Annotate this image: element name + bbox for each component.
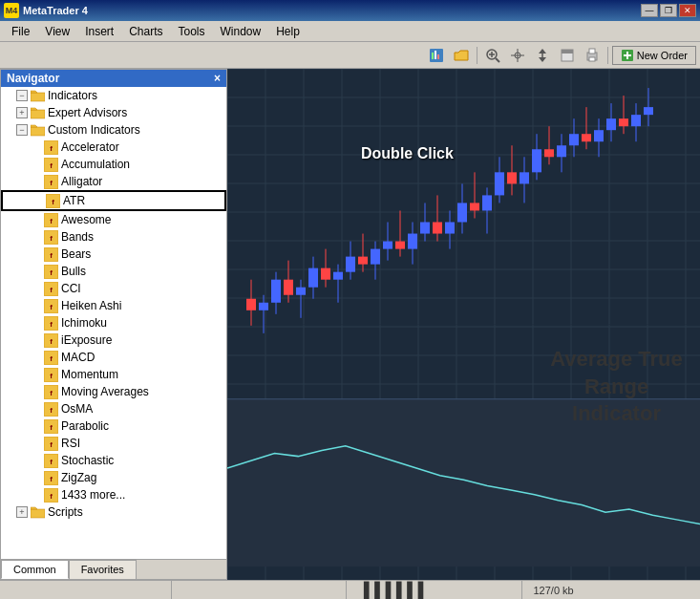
chart-canvas <box>227 69 700 580</box>
double-click-label: Double Click <box>361 145 454 162</box>
tree-label-more: 1433 more... <box>61 488 125 502</box>
tree-item-awesome[interactable]: f Awesome <box>1 211 226 228</box>
title-bar: M4 MetaTrader 4 — ❒ ✕ <box>0 0 700 21</box>
svg-text:f: f <box>50 144 53 153</box>
item-icon-ichimoku: f <box>43 315 58 331</box>
tree-item-osma[interactable]: f OsMA <box>1 400 226 417</box>
svg-text:f: f <box>50 406 53 415</box>
svg-text:f: f <box>50 217 53 225</box>
expand-icon-scripts[interactable]: + <box>16 506 28 518</box>
tree-item-accelerator[interactable]: f Accelerator <box>1 139 226 156</box>
svg-line-5 <box>496 58 499 62</box>
menu-charts[interactable]: Charts <box>121 23 170 40</box>
tree-item-momentum[interactable]: f Momentum <box>1 366 226 383</box>
status-section-2 <box>180 581 348 599</box>
navigator-title: Navigator <box>7 72 59 85</box>
menu-file[interactable]: File <box>4 23 37 40</box>
zoom-in-button[interactable] <box>481 45 504 66</box>
close-button[interactable]: ✕ <box>679 4 696 17</box>
tree-label-stochastic: Stochastic <box>61 454 114 467</box>
svg-marker-12 <box>539 57 546 62</box>
status-memory: 127/0 kb <box>530 581 697 599</box>
menu-tools[interactable]: Tools <box>171 23 213 40</box>
svg-text:f: f <box>50 354 53 363</box>
tree-label-iexposure: iExposure <box>61 333 112 347</box>
app-icon: M4 <box>4 3 19 18</box>
tree-item-more[interactable]: f 1433 more... <box>1 486 226 503</box>
tree-label-scripts: Scripts <box>48 505 83 519</box>
svg-rect-15 <box>562 50 573 53</box>
tree-label-accelerator: Accelerator <box>61 140 119 154</box>
tab-favorites[interactable]: Favorites <box>69 560 137 579</box>
item-icon-atr: f <box>45 193 60 208</box>
tree-item-iexposure[interactable]: f iExposure <box>1 332 226 349</box>
item-icon-momentum: f <box>43 367 58 382</box>
tree-item-cci[interactable]: f CCI <box>1 280 226 297</box>
menu-bar: File View Insert Charts Tools Window Hel… <box>0 21 700 42</box>
item-icon-accelerator: f <box>43 139 58 155</box>
tree-label-atr: ATR <box>63 194 85 207</box>
svg-text:f: f <box>50 179 53 187</box>
toolbar: New Order <box>0 42 700 69</box>
menu-insert[interactable]: Insert <box>77 23 121 40</box>
tab-common[interactable]: Common <box>1 560 69 579</box>
item-icon-heiken-ashi: f <box>43 298 58 313</box>
menu-view[interactable]: View <box>37 23 77 40</box>
tree-item-expert-advisors[interactable]: + Expert Advisors <box>1 104 226 121</box>
tree-item-ichimoku[interactable]: f Ichimoku <box>1 314 226 332</box>
tree-label-expert-advisors: Expert Advisors <box>48 106 127 119</box>
item-icon-bulls: f <box>43 264 58 279</box>
minimize-button[interactable]: — <box>641 4 658 17</box>
print-button[interactable] <box>581 45 604 66</box>
tree-item-stochastic[interactable]: f Stochastic <box>1 452 226 469</box>
tree-item-rsi[interactable]: f RSI <box>1 435 226 452</box>
expand-icon-indicators[interactable]: − <box>16 90 28 101</box>
menu-help[interactable]: Help <box>268 23 308 40</box>
svg-text:f: f <box>50 161 53 170</box>
tree-item-bulls[interactable]: f Bulls <box>1 263 226 280</box>
tree-label-alligator: Alligator <box>61 175 102 188</box>
menu-window[interactable]: Window <box>213 23 269 40</box>
item-icon-more: f <box>43 487 58 503</box>
tree-label-cci: CCI <box>61 282 81 295</box>
tree-item-scripts[interactable]: + Scripts <box>1 503 226 521</box>
restore-button[interactable]: ❒ <box>660 4 677 17</box>
expand-icon-expert-advisors[interactable]: + <box>16 107 28 118</box>
navigator-close-button[interactable]: × <box>214 72 221 85</box>
navigator-tree[interactable]: − Indicators+ Expert Advisors− Custom In… <box>1 87 226 559</box>
item-icon-moving-averages: f <box>43 384 58 399</box>
item-icon-parabolic: f <box>43 418 58 434</box>
svg-text:f: f <box>50 440 53 449</box>
svg-text:f: f <box>50 389 53 397</box>
tree-label-momentum: Momentum <box>61 368 118 381</box>
svg-rect-2 <box>435 51 436 59</box>
tree-item-atr[interactable]: f ATR <box>1 190 226 211</box>
item-icon-zigzag: f <box>43 470 58 485</box>
history-button[interactable] <box>556 45 579 66</box>
svg-text:f: f <box>50 286 53 294</box>
item-icon-macd: f <box>43 350 58 365</box>
svg-rect-17 <box>589 49 595 53</box>
open-button[interactable] <box>450 45 473 66</box>
arrows-button[interactable] <box>531 45 554 66</box>
expand-icon-custom-indicators[interactable]: − <box>16 124 28 136</box>
tree-item-indicators[interactable]: − Indicators <box>1 87 226 104</box>
tree-item-parabolic[interactable]: f Parabolic <box>1 417 226 435</box>
tree-item-custom-indicators[interactable]: − Custom Indicators <box>1 121 226 139</box>
tree-item-moving-averages[interactable]: f Moving Averages <box>1 383 226 400</box>
tree-label-ichimoku: Ichimoku <box>61 316 107 330</box>
tree-label-macd: MACD <box>61 351 95 364</box>
tree-item-accumulation[interactable]: f Accumulation <box>1 156 226 173</box>
svg-text:f: f <box>50 372 53 380</box>
svg-text:f: f <box>50 475 53 483</box>
tree-item-heiken-ashi[interactable]: f Heiken Ashi <box>1 297 226 314</box>
tree-item-bands[interactable]: f Bands <box>1 228 226 246</box>
new-order-button[interactable]: New Order <box>612 46 696 65</box>
tree-item-zigzag[interactable]: f ZigZag <box>1 469 226 486</box>
tree-item-bears[interactable]: f Bears <box>1 246 226 263</box>
tree-item-macd[interactable]: f MACD <box>1 349 226 366</box>
tree-label-bulls: Bulls <box>61 265 86 278</box>
tree-item-alligator[interactable]: f Alligator <box>1 173 226 190</box>
crosshair-button[interactable] <box>506 45 529 66</box>
new-chart-button[interactable] <box>425 45 448 66</box>
